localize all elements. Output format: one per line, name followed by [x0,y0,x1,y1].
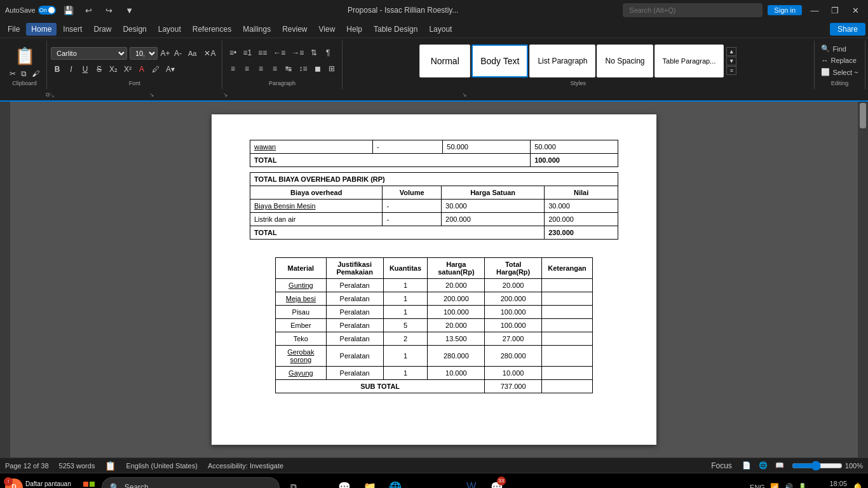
menu-references[interactable]: References [187,23,236,36]
chat-button[interactable]: 💬 [333,476,356,489]
save-button[interactable]: 💾 [61,3,76,18]
language-tray[interactable]: ENG [750,484,765,489]
store-button[interactable]: 🛍 [435,476,458,489]
style-no-spacing-button[interactable]: No Spacing [597,44,653,78]
widgets-button[interactable]: 🌤 [308,476,330,489]
numbering-button[interactable]: ≡1 [240,46,254,59]
autosave-area[interactable]: AutoSave On [5,6,56,15]
taskbar-search-bar[interactable]: 🔍 Search [102,477,280,489]
font-size-increase-button[interactable]: A+ [160,48,170,58]
menu-help[interactable]: Help [341,23,367,36]
title-search-input[interactable] [623,3,763,17]
view-web-icon[interactable]: 🌐 [759,461,768,470]
menu-mailings[interactable]: Mailings [238,23,276,36]
menu-table-layout[interactable]: Layout [424,23,457,36]
vertical-scrollbar[interactable] [858,102,868,458]
notification-center-icon[interactable]: 🔔 [852,482,863,489]
change-case-button[interactable]: Aa [186,47,199,60]
shading-button[interactable]: ◼ [311,62,324,75]
paragraph-dialog-launcher[interactable]: ↘ [220,92,231,98]
highlight-button[interactable]: 🖊 [149,63,162,76]
language-indicator[interactable]: English (United States) [126,462,198,470]
menu-layout[interactable]: Layout [153,23,186,36]
font-dialog-launcher[interactable]: ↘ [147,92,157,98]
file-manager-button[interactable]: 🗂 [409,476,432,489]
document-content[interactable]: wawan - 50.000 50.000 TOTAL 100.000 TOTA… [10,102,858,458]
copy-button[interactable]: ⧉ [20,69,28,79]
style-table-para-button[interactable]: Table Paragrap... [654,44,724,78]
share-button[interactable]: Share [830,23,865,36]
align-center-button[interactable]: ≡ [240,62,253,75]
clock[interactable]: 18:05 16/11/2024 [812,480,847,489]
border-button[interactable]: ⊞ [325,62,338,75]
menu-home[interactable]: Home [26,23,57,36]
focus-button[interactable]: Focus [709,459,735,472]
speaker-icon[interactable]: 🔊 [784,483,793,488]
strikethrough-button[interactable]: S [93,63,105,76]
view-read-icon[interactable]: 📖 [775,461,784,470]
customize-button[interactable]: ▼ [122,3,137,18]
view-print-icon[interactable]: 📄 [742,461,751,470]
redo-button[interactable]: ↪ [102,3,117,18]
sort-button[interactable]: ⇅ [308,46,320,59]
menu-draw[interactable]: Draw [88,23,116,36]
replace-button[interactable]: ↔ Replace [818,55,860,65]
undo-button[interactable]: ↩ [81,3,97,18]
superscript-button[interactable]: X² [121,63,134,76]
scroll-thumb[interactable] [860,103,866,128]
styles-expand[interactable]: ≡ [726,66,736,75]
minimize-button[interactable]: — [807,3,822,18]
font-size-select[interactable]: 10,5 [130,47,158,60]
menu-review[interactable]: Review [277,23,312,36]
menu-table-design[interactable]: Table Design [369,23,423,36]
menu-design[interactable]: Design [118,23,151,36]
align-left-button[interactable]: ≡ [226,62,239,75]
align-right-button[interactable]: ≡ [254,62,267,75]
bullets-button[interactable]: ≡• [226,46,239,59]
style-list-para-button[interactable]: List Paragraph [529,44,595,78]
styles-dialog-launcher[interactable]: ↘ [459,92,470,98]
menu-view[interactable]: View [314,23,341,36]
menu-file[interactable]: File [3,23,25,36]
justify-button[interactable]: ≡ [268,62,281,75]
settings-button[interactable]: ⚙ [511,476,534,489]
find-button[interactable]: 🔍 Find [818,43,860,54]
task-view-button[interactable]: ⧉ [282,476,305,489]
font-color-button[interactable]: A▾ [163,63,177,76]
cut-button[interactable]: ✂ [8,69,17,79]
close-button[interactable]: ✕ [848,3,863,18]
signin-button[interactable]: Sign in [768,5,802,15]
underline-button[interactable]: U [79,63,92,76]
show-marks-button[interactable]: ¶ [322,46,334,59]
multilevel-list-button[interactable]: ≡≡ [255,46,269,59]
style-body-text-button[interactable]: Body Text [471,44,528,78]
rtl-button[interactable]: ↹ [282,62,295,75]
accessibility-status[interactable]: Accessibility: Investigate [208,462,283,470]
select-button[interactable]: ⬜ Select ~ [818,67,860,78]
font-family-select[interactable]: Carlito [51,47,127,60]
decrease-indent-button[interactable]: ←≡ [271,46,288,59]
autosave-toggle[interactable]: On [38,6,56,15]
word-button[interactable]: W [460,476,483,489]
format-painter-button[interactable]: 🖌 [31,69,41,79]
italic-button[interactable]: I [65,63,78,76]
increase-indent-button[interactable]: →≡ [289,46,306,59]
style-normal-button[interactable]: Normal [419,44,470,78]
network-icon[interactable]: 📶 [770,483,779,488]
text-color-button[interactable]: A [135,63,148,76]
menu-insert[interactable]: Insert [58,23,87,36]
bold-button[interactable]: B [51,63,64,76]
start-button[interactable] [79,477,99,489]
clear-format-button[interactable]: ✕A [201,47,218,60]
explorer-button[interactable]: 📁 [358,476,381,489]
subscript-button[interactable]: X₂ [107,63,120,76]
line-spacing-button[interactable]: ↕≡ [296,62,309,75]
font-size-decrease-button[interactable]: A- [173,48,183,58]
edge-button[interactable]: 🌐 [384,476,407,489]
paste-button[interactable]: 📋 [12,43,37,69]
clipboard-dialog-launcher[interactable]: ⧉↘ [43,92,57,98]
styles-scroll-up[interactable]: ▲ [726,47,736,56]
styles-scroll-down[interactable]: ▼ [726,57,736,65]
restore-button[interactable]: ❐ [827,3,843,18]
battery-icon[interactable]: 🔋 [798,483,807,488]
